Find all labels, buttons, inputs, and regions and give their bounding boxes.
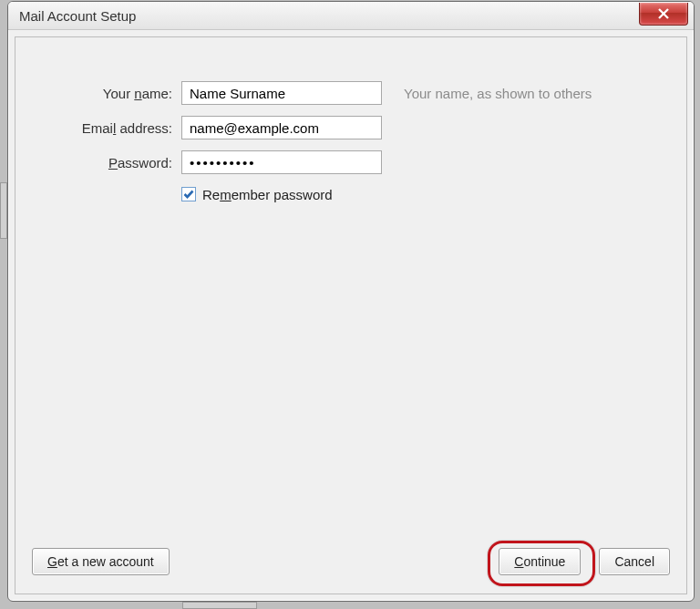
email-input[interactable] <box>181 116 382 139</box>
cancel-button[interactable]: Cancel <box>599 548 670 575</box>
row-email: Email address: <box>34 110 668 145</box>
window-title: Mail Account Setup <box>19 8 136 24</box>
close-icon <box>657 7 670 20</box>
remember-checkbox[interactable] <box>181 187 196 201</box>
name-input[interactable] <box>181 81 382 105</box>
row-remember: Remember password <box>181 180 668 209</box>
dialog-body: Your name: Your name, as shown to others… <box>15 36 687 594</box>
label-password: Password: <box>34 155 181 170</box>
label-name: Your name: <box>34 86 181 101</box>
name-hint: Your name, as shown to others <box>404 86 592 101</box>
button-bar: Get a new account Continue Cancel <box>32 548 670 575</box>
get-new-account-button[interactable]: Get a new account <box>32 548 170 575</box>
titlebar: Mail Account Setup <box>8 2 694 30</box>
row-password: Password: <box>34 145 668 180</box>
password-input[interactable] <box>181 150 382 174</box>
right-button-group: Continue Cancel <box>499 548 670 575</box>
mail-account-setup-window: Mail Account Setup Your name: Your name,… <box>7 1 695 602</box>
account-form: Your name: Your name, as shown to others… <box>34 76 668 209</box>
continue-button[interactable]: Continue <box>499 548 581 575</box>
check-icon <box>183 189 194 200</box>
close-button[interactable] <box>639 3 688 26</box>
remember-label: Remember password <box>202 187 333 202</box>
row-name: Your name: Your name, as shown to others <box>34 76 668 110</box>
label-email: Email address: <box>34 120 181 136</box>
